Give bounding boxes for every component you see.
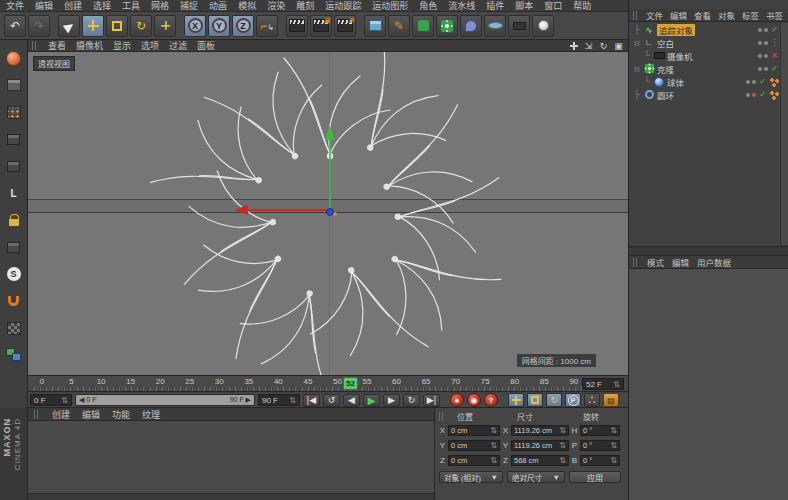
menu-snap[interactable]: 捕捉 xyxy=(180,0,198,12)
object-row-cloner[interactable]: ⊟ 克隆 ✓ xyxy=(629,62,781,75)
om-menu-edit[interactable]: 编辑 xyxy=(670,9,687,21)
goto-end-button[interactable]: ▶| xyxy=(423,394,440,407)
coordinate-system-button[interactable]: ⌐↳ xyxy=(256,15,278,37)
om-menu-view[interactable]: 查看 xyxy=(694,9,711,21)
editor-visibility-dot[interactable] xyxy=(758,67,762,71)
pan-view-icon[interactable] xyxy=(568,41,579,51)
rotate-view-icon[interactable]: ↻ xyxy=(598,41,609,51)
pos-y-field[interactable]: 0 cm⇅ xyxy=(448,440,500,451)
object-name[interactable]: 圆环 xyxy=(657,89,674,101)
redo-button[interactable]: ↷ xyxy=(28,15,50,37)
next-frame-button[interactable]: ▶ xyxy=(383,394,400,407)
panel-grip[interactable] xyxy=(633,258,639,267)
add-camera-button[interactable] xyxy=(508,15,530,37)
object-row-circle[interactable]: ├ 圆环 ✓ xyxy=(629,88,781,101)
menu-motion-tracker[interactable]: 运动跟踪 xyxy=(325,0,361,12)
last-tool-button[interactable] xyxy=(154,15,176,37)
autokey-button[interactable]: ◉ xyxy=(467,393,481,407)
rot-h-field[interactable]: 0 °⇅ xyxy=(580,425,620,436)
spinner-icon[interactable]: ⇅ xyxy=(613,380,620,389)
mat-menu-edit[interactable]: 编辑 xyxy=(82,408,100,421)
object-row-sphere[interactable]: └ 球体 ✓ xyxy=(629,75,781,88)
magnet-snap-button[interactable] xyxy=(4,291,24,311)
size-z-field[interactable]: 568 cm⇅ xyxy=(511,455,569,466)
spinner-icon[interactable]: ⇅ xyxy=(490,426,497,435)
next-key-button[interactable]: ↻ xyxy=(403,394,420,407)
range-start-field[interactable]: 0 F ⇅ xyxy=(30,394,72,406)
mat-menu-create[interactable]: 创建 xyxy=(52,408,70,421)
om-menu-bookmarks[interactable]: 书签 xyxy=(766,9,783,21)
menu-simulate[interactable]: 模拟 xyxy=(238,0,256,12)
range-left-arrow-icon[interactable]: ◀ 0 F xyxy=(79,396,96,404)
enable-check-icon[interactable]: ✓ xyxy=(770,64,779,73)
render-view-button[interactable] xyxy=(286,15,308,37)
viewport-canvas[interactable]: 透视视图 网格间距 : 1000 cm xyxy=(28,52,628,375)
enable-check-icon[interactable]: ✓ xyxy=(758,77,767,86)
menu-tools[interactable]: 工具 xyxy=(122,0,140,12)
quantize-button[interactable] xyxy=(4,318,24,338)
prev-key-button[interactable]: ↺ xyxy=(323,394,340,407)
tree-expand-toggle[interactable]: ⊟ xyxy=(633,64,641,74)
am-menu-userdata[interactable]: 用户数据 xyxy=(697,256,731,268)
panel-grip[interactable] xyxy=(633,11,639,20)
menu-window[interactable]: 窗口 xyxy=(544,0,562,12)
menu-select[interactable]: 选择 xyxy=(93,0,111,12)
object-row-tracer[interactable]: ├ ∿ 追踪对象 ✓ xyxy=(629,23,781,36)
z-axis-lock-button[interactable]: Z xyxy=(232,15,254,37)
coord-mode-dropdown[interactable]: 对象 (相对)▼ xyxy=(439,471,503,483)
render-visibility-dot[interactable] xyxy=(752,93,756,97)
disable-cross-icon[interactable]: ✕ xyxy=(770,51,779,60)
render-visibility-dot[interactable] xyxy=(764,41,768,45)
current-frame-field[interactable]: 52 F ⇅ xyxy=(582,378,624,390)
am-menu-edit[interactable]: 编辑 xyxy=(672,256,689,268)
record-pla-toggle[interactable]: ∴ xyxy=(584,393,600,407)
spinner-icon[interactable]: ⇅ xyxy=(61,396,68,405)
snap-button[interactable]: S xyxy=(4,264,24,284)
menu-mograph[interactable]: 运动图形 xyxy=(372,0,408,12)
play-button[interactable]: ▶ xyxy=(363,394,380,407)
prev-frame-button[interactable]: ◀ xyxy=(343,394,360,407)
add-environment-button[interactable] xyxy=(484,15,506,37)
object-name[interactable]: 空白 xyxy=(657,37,674,49)
render-picture-viewer-button[interactable]: ▣ xyxy=(310,15,332,37)
menu-help[interactable]: 帮助 xyxy=(573,0,591,12)
enable-check-icon[interactable]: ✓ xyxy=(758,90,767,99)
points-mode-button[interactable] xyxy=(4,129,24,149)
menu-script[interactable]: 脚本 xyxy=(515,0,533,12)
size-mode-dropdown[interactable]: 绝对尺寸▼ xyxy=(507,471,565,483)
render-visibility-dot[interactable] xyxy=(764,28,768,32)
menu-character[interactable]: 角色 xyxy=(419,0,437,12)
workplane-lock-button[interactable] xyxy=(4,210,24,230)
menu-create[interactable]: 创建 xyxy=(64,0,82,12)
panel-grip[interactable] xyxy=(439,412,445,421)
pos-z-field[interactable]: 0 cm⇅ xyxy=(448,455,500,466)
keyframe-selection-button[interactable]: ? xyxy=(484,393,498,407)
editor-visibility-dot[interactable] xyxy=(746,80,750,84)
add-subdivision-button[interactable] xyxy=(412,15,434,37)
rot-b-field[interactable]: 0 °⇅ xyxy=(580,455,620,466)
rotate-tool-button[interactable]: ↻ xyxy=(130,15,152,37)
add-spline-button[interactable]: ✎ xyxy=(388,15,410,37)
menu-edit[interactable]: 编辑 xyxy=(35,0,53,12)
add-mograph-button[interactable] xyxy=(436,15,458,37)
range-end-field[interactable]: 90 F ⇅ xyxy=(258,394,300,406)
render-visibility-dot[interactable] xyxy=(764,54,768,58)
mat-menu-function[interactable]: 功能 xyxy=(112,408,130,421)
editor-visibility-dot[interactable] xyxy=(758,54,762,58)
goto-start-button[interactable]: |◀ xyxy=(303,394,320,407)
object-name[interactable]: 摄像机 xyxy=(667,50,693,62)
add-primitive-button[interactable] xyxy=(364,15,386,37)
phong-tag-icon[interactable] xyxy=(769,77,779,87)
object-name[interactable]: 克隆 xyxy=(657,63,674,75)
spinner-icon[interactable]: ⇅ xyxy=(490,441,497,450)
editor-visibility-dot[interactable] xyxy=(758,28,762,32)
vp-menu-display[interactable]: 显示 xyxy=(113,39,131,52)
phong-tag-icon[interactable] xyxy=(769,90,779,100)
edges-mode-button[interactable] xyxy=(4,156,24,176)
scale-tool-button[interactable] xyxy=(106,15,128,37)
menu-render[interactable]: 渲染 xyxy=(267,0,285,12)
om-menu-tags[interactable]: 标签 xyxy=(742,9,759,21)
vp-menu-view[interactable]: 查看 xyxy=(48,39,66,52)
add-light-button[interactable] xyxy=(532,15,554,37)
state-dots-icon[interactable]: ⋮ xyxy=(770,38,779,47)
